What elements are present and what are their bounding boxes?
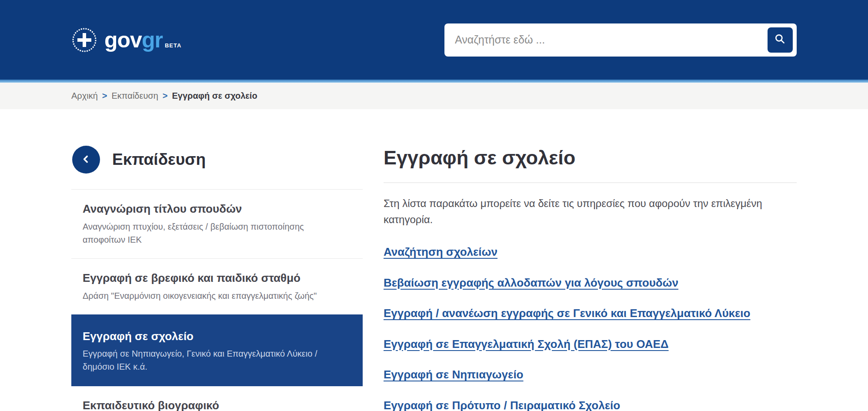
chevron-left-icon — [80, 154, 92, 166]
sidebar-item-subtitle: Αναγνώριση πτυχίου, εξετάσεις / βεβαίωση… — [83, 220, 326, 246]
main-layout: Εκπαίδευση Αναγνώριση τίτλου σπουδώνΑναγ… — [71, 109, 797, 411]
breadcrumb-separator: > — [102, 91, 107, 101]
breadcrumb-link[interactable]: Αρχική — [71, 91, 98, 101]
content-divider — [384, 182, 797, 183]
intro-paragraph: Στη λίστα παρακάτω μπορείτε να δείτε τις… — [384, 195, 797, 227]
sidebar-item-subtitle: Εγγραφή σε Νηπιαγωγείο, Γενικό και Επαγγ… — [83, 347, 326, 373]
sidebar-item-list: Αναγνώριση τίτλου σπουδώνΑναγνώριση πτυχ… — [71, 190, 363, 411]
service-link[interactable]: Εγγραφή σε Πρότυπο / Πειραματικό Σχολείο — [384, 398, 620, 411]
back-button[interactable] — [72, 146, 100, 174]
page-title: Εγγραφή σε σχολείο — [384, 147, 797, 169]
logo-gov: gov — [104, 28, 142, 52]
header: govgrBETA — [0, 0, 868, 80]
service-link[interactable]: Βεβαίωση εγγραφής αλλοδαπών για λόγους σ… — [384, 276, 678, 290]
content-panel: Εγγραφή σε σχολείο Στη λίστα παρακάτω μπ… — [384, 146, 797, 411]
sidebar-item-title: Αναγνώριση τίτλου σπουδών — [83, 202, 354, 217]
sidebar-item-title: Εκπαιδευτικό βιογραφικό — [83, 398, 354, 411]
service-link[interactable]: Εγγραφή / ανανέωση εγγραφής σε Γενικό κα… — [384, 306, 750, 321]
sidebar-item[interactable]: Εκπαιδευτικό βιογραφικό — [71, 386, 363, 411]
sidebar-item-active[interactable]: Εγγραφή σε σχολείοΕγγραφή σε Νηπιαγωγείο… — [71, 314, 363, 387]
govgr-logo[interactable]: govgrBETA — [71, 27, 181, 53]
service-link[interactable]: Εγγραφή σε Νηπιαγωγείο — [384, 368, 523, 382]
breadcrumb-bar: Αρχική>Εκπαίδευση>Εγγραφή σε σχολείο — [0, 83, 868, 109]
search-button[interactable] — [768, 27, 793, 53]
sidebar-item-subtitle: Δράση "Εναρμόνιση οικογενειακής και επαγ… — [83, 289, 326, 302]
sidebar-item[interactable]: Αναγνώριση τίτλου σπουδώνΑναγνώριση πτυχ… — [71, 190, 363, 258]
service-link[interactable]: Αναζήτηση σχολείων — [384, 245, 497, 259]
breadcrumb-current: Εγγραφή σε σχολείο — [172, 91, 257, 101]
header-accent-stripe — [0, 80, 868, 83]
service-link[interactable]: Εγγραφή σε Επαγγελματική Σχολή (ΕΠΑΣ) το… — [384, 337, 669, 351]
sidebar-item-title: Εγγραφή σε σχολείο — [83, 329, 351, 344]
breadcrumb-link[interactable]: Εκπαίδευση — [111, 91, 158, 101]
magnifier-icon — [774, 33, 786, 47]
search-input[interactable] — [444, 23, 797, 57]
greek-coat-of-arms-icon — [71, 27, 97, 53]
logo-text: govgrBETA — [104, 29, 181, 51]
logo-beta-badge: BETA — [165, 42, 181, 49]
search-bar — [444, 23, 797, 57]
category-sidebar: Εκπαίδευση Αναγνώριση τίτλου σπουδώνΑναγ… — [71, 146, 363, 411]
sidebar-header: Εκπαίδευση — [71, 146, 363, 174]
breadcrumb-separator: > — [163, 91, 168, 101]
service-link-list: Αναζήτηση σχολείωνΒεβαίωση εγγραφής αλλο… — [384, 245, 797, 411]
breadcrumb: Αρχική>Εκπαίδευση>Εγγραφή σε σχολείο — [71, 91, 797, 101]
sidebar-item[interactable]: Εγγραφή σε βρεφικό και παιδικό σταθμόΔρά… — [71, 259, 363, 314]
sidebar-category-title: Εκπαίδευση — [112, 150, 206, 169]
logo-gr: gr — [142, 28, 163, 52]
sidebar-item-title: Εγγραφή σε βρεφικό και παιδικό σταθμό — [83, 271, 354, 286]
